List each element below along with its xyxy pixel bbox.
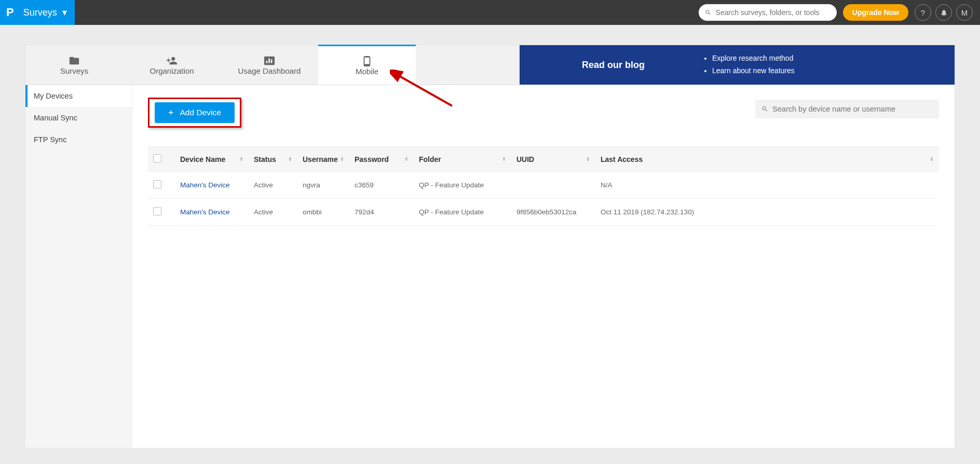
row-checkbox[interactable] [153, 180, 161, 188]
col-device-name[interactable]: Device Name▲▼ [175, 147, 249, 172]
chevron-down-icon: ▾ [62, 7, 67, 18]
sort-icon: ▲▼ [288, 156, 292, 162]
col-uuid[interactable]: UUID▲▼ [511, 147, 595, 172]
help-icon: ? [921, 8, 925, 17]
blog-link-features[interactable]: Learn about new features [712, 65, 795, 77]
avatar-button[interactable]: M [956, 4, 973, 21]
section-tabs: Surveys Organization Usage Dashboard Mob… [25, 45, 955, 85]
upgrade-button[interactable]: Upgrade Now [843, 4, 908, 21]
content: My Devices Manual Sync FTP Sync + Add De… [25, 85, 955, 448]
tab-label: Usage Dashboard [238, 66, 301, 75]
bell-icon [940, 9, 948, 17]
cell-folder: QP - Feature Update [414, 199, 511, 226]
sidebar-item-ftp-sync[interactable]: FTP Sync [25, 129, 132, 151]
tab-label: Mobile [356, 67, 378, 76]
col-folder[interactable]: Folder▲▼ [414, 147, 511, 172]
tab-mobile[interactable]: Mobile [318, 45, 416, 85]
sort-icon: ▲▼ [404, 156, 409, 162]
plus-icon: + [168, 107, 174, 118]
search-icon [761, 105, 768, 113]
blog-links: Explore research method Learn about new … [712, 52, 795, 77]
blog-link-research[interactable]: Explore research method [712, 52, 795, 65]
col-username[interactable]: Username▲▼ [297, 147, 349, 172]
col-password[interactable]: Password▲▼ [349, 147, 414, 172]
product-switcher[interactable]: P Surveys ▾ [0, 0, 75, 25]
cell-password: c3659 [349, 172, 414, 199]
global-search[interactable] [699, 4, 837, 21]
add-device-label: Add Device [180, 108, 221, 117]
blog-panel[interactable]: Read our blog Explore research method Le… [520, 45, 955, 85]
mobile-icon [361, 56, 373, 67]
blog-title: Read our blog [582, 60, 645, 71]
sidebar: My Devices Manual Sync FTP Sync [25, 85, 132, 448]
search-icon [705, 9, 712, 16]
logo-p-icon: P [6, 6, 14, 19]
table-row: Mahen's Device Active ombbi 792d4 QP - F… [148, 199, 939, 226]
select-all-checkbox[interactable] [153, 154, 161, 162]
add-device-highlight: + Add Device [148, 98, 241, 128]
tab-usage-dashboard[interactable]: Usage Dashboard [221, 45, 318, 85]
cell-status: Active [249, 172, 297, 199]
avatar-letter: M [961, 8, 968, 17]
product-label: Surveys [23, 7, 57, 18]
device-search-input[interactable] [772, 105, 933, 113]
add-device-button[interactable]: + Add Device [155, 102, 235, 123]
tab-label: Organization [149, 66, 194, 75]
col-last-access[interactable]: Last Access▲▼ [595, 147, 939, 172]
action-row: + Add Device [148, 85, 939, 140]
cell-last-access: Oct 11 2019 (182.74.232.130) [595, 199, 939, 226]
table-header-row: Device Name▲▼ Status▲▼ Username▲▼ Passwo… [148, 147, 939, 172]
cell-username: ombbi [297, 199, 349, 226]
sidebar-item-manual-sync[interactable]: Manual Sync [25, 107, 132, 129]
table-row: Mahen's Device Active ngvra c3659 QP - F… [148, 172, 939, 199]
sort-icon: ▲▼ [239, 156, 243, 162]
device-search[interactable] [755, 100, 939, 118]
sort-icon: ▲▼ [930, 156, 934, 162]
people-icon [166, 55, 178, 66]
notifications-button[interactable] [935, 4, 952, 21]
topbar: P Surveys ▾ Upgrade Now ? M [0, 0, 980, 25]
folder-icon [69, 55, 80, 66]
sidebar-item-my-devices[interactable]: My Devices [25, 85, 132, 107]
cell-device-name[interactable]: Mahen's Device [175, 172, 249, 199]
cell-device-name[interactable]: Mahen's Device [175, 199, 249, 226]
row-checkbox[interactable] [153, 207, 161, 215]
devices-table: Device Name▲▼ Status▲▼ Username▲▼ Passwo… [148, 146, 939, 226]
tab-organization[interactable]: Organization [123, 45, 221, 85]
cell-folder: QP - Feature Update [414, 172, 511, 199]
main-panel: + Add Device Device Name▲▼ Status▲▼ User… [132, 85, 955, 448]
sort-icon: ▲▼ [586, 156, 590, 162]
cell-last-access: N/A [595, 172, 939, 199]
global-search-input[interactable] [716, 8, 831, 17]
cell-password: 792d4 [349, 199, 414, 226]
col-status[interactable]: Status▲▼ [249, 147, 297, 172]
help-button[interactable]: ? [915, 4, 931, 21]
cell-username: ngvra [297, 172, 349, 199]
dashboard-icon [264, 55, 275, 66]
sort-icon: ▲▼ [340, 156, 344, 162]
sort-icon: ▲▼ [502, 156, 506, 162]
tab-surveys[interactable]: Surveys [25, 45, 123, 85]
cell-status: Active [249, 199, 297, 226]
cell-uuid [511, 172, 595, 199]
tab-label: Surveys [60, 66, 88, 75]
cell-uuid: 9f856b0eb53012ca [511, 199, 595, 226]
